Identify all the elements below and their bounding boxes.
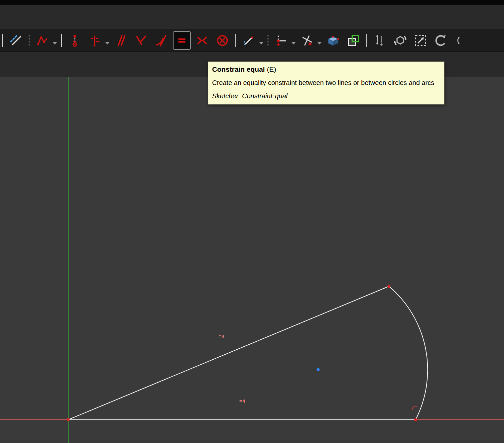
constrain-lock-button[interactable] [272, 31, 290, 50]
dimension-icon [242, 34, 256, 47]
arc-center-point[interactable] [317, 368, 320, 371]
constrain-coincident-button[interactable] [66, 31, 84, 50]
tooltip-title: Constrain equal(E) [212, 65, 440, 74]
toolbar-separator [2, 34, 3, 47]
equal-constraint-label[interactable]: =4 [219, 334, 225, 339]
constrain-equal-button[interactable] [173, 31, 191, 50]
trim-edge-button[interactable] [298, 31, 316, 50]
lock-corner-icon [274, 34, 288, 47]
coincident-icon [68, 34, 82, 47]
toggle-construction-button[interactable] [7, 31, 25, 50]
fit-selection-icon [414, 34, 428, 47]
horizontal-vertical-icon [88, 34, 102, 47]
symmetric-icon [195, 34, 209, 47]
equal-constraint-label[interactable]: =4 [239, 399, 245, 404]
sketch-viewport[interactable]: =4=4 [0, 77, 504, 443]
sketch-line-edge[interactable] [68, 286, 389, 420]
constrain-horizontal-vertical-button[interactable] [86, 31, 104, 50]
clipped-tool-button[interactable] [452, 31, 461, 50]
dropdown-arrow-icon[interactable] [53, 42, 57, 44]
freecad-window: =4=4 Constrain equal(E) Create an equali… [0, 0, 504, 443]
titlebar-area [0, 5, 504, 29]
block-icon [215, 34, 229, 47]
trim-cross-icon [300, 34, 314, 47]
visibility-layers-icon [373, 34, 387, 47]
sketch-arc-edge[interactable] [389, 286, 428, 420]
clipped-arc-icon [452, 34, 461, 47]
hexagon-refresh-icon [393, 34, 407, 47]
construction-line-icon [9, 34, 23, 47]
recompute-button[interactable] [391, 31, 409, 50]
arc-constraint-marker-icon [412, 406, 417, 410]
sketch-vertex-point[interactable] [388, 285, 391, 288]
dropdown-arrow-icon[interactable] [105, 42, 110, 44]
perpendicular-icon [134, 34, 148, 47]
toolbar-drag-handle[interactable] [27, 34, 31, 47]
constrain-perpendicular-button[interactable] [132, 31, 150, 50]
constrain-parallel-button[interactable] [112, 31, 130, 50]
toolbar-separator [366, 34, 367, 47]
constrain-tangent-button[interactable] [153, 31, 171, 50]
toolbar-drag-handle[interactable] [266, 34, 270, 47]
tooltip-command-name: Constrain equal [212, 65, 265, 73]
fit-selection-button[interactable] [412, 31, 430, 50]
top-strip [0, 0, 504, 5]
sketch-canvas[interactable]: =4=4 [0, 77, 504, 443]
tangent-icon [155, 34, 169, 47]
sketch-vertex-point[interactable] [414, 418, 417, 421]
external-geometry-button[interactable] [324, 31, 342, 50]
tooltip-shortcut: (E) [267, 65, 276, 73]
overlapping-squares-icon [346, 34, 360, 47]
switch-virtual-space-button[interactable] [344, 31, 362, 50]
polyline-icon [36, 34, 50, 47]
constrain-block-button[interactable] [213, 31, 231, 50]
tooltip-command-id: Sketcher_ConstrainEqual [212, 92, 440, 100]
rotate-view-button[interactable] [432, 31, 450, 50]
parallel-icon [114, 34, 128, 47]
constrain-symmetric-button[interactable] [193, 31, 211, 50]
tooltip-constrain-equal: Constrain equal(E) Create an equality co… [208, 61, 444, 105]
create-polyline-button[interactable] [34, 31, 52, 50]
dropdown-arrow-icon[interactable] [259, 42, 264, 44]
dimension-button[interactable] [240, 31, 258, 50]
constraint-visibility-button[interactable] [371, 31, 389, 50]
sketch-vertex-point[interactable] [67, 418, 70, 421]
tooltip-description: Create an equality constraint between tw… [212, 78, 440, 87]
equal-icon [175, 34, 189, 47]
toolbar-separator [235, 34, 236, 47]
sketcher-constraints-toolbar [0, 29, 504, 52]
toolbar-separator [61, 34, 62, 47]
blue-box-icon [326, 34, 340, 47]
rotate-arrow-icon [434, 34, 448, 47]
dropdown-arrow-icon[interactable] [317, 42, 322, 44]
dropdown-arrow-icon[interactable] [291, 42, 296, 44]
